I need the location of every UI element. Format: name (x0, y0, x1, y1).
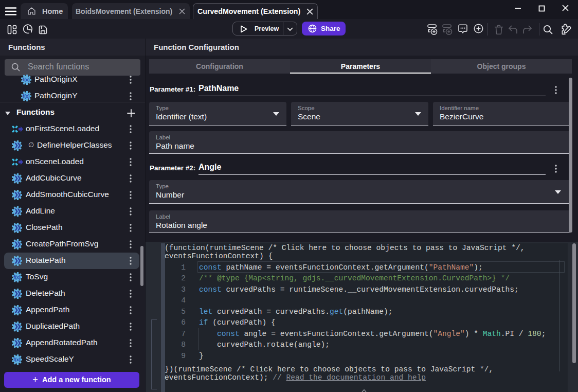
svg-text:f(x): f(x) (23, 94, 30, 99)
svg-text:f(x): f(x) (13, 275, 21, 280)
svg-text:f(x): f(x) (23, 77, 30, 82)
svg-text:f(x): f(x) (13, 357, 21, 362)
